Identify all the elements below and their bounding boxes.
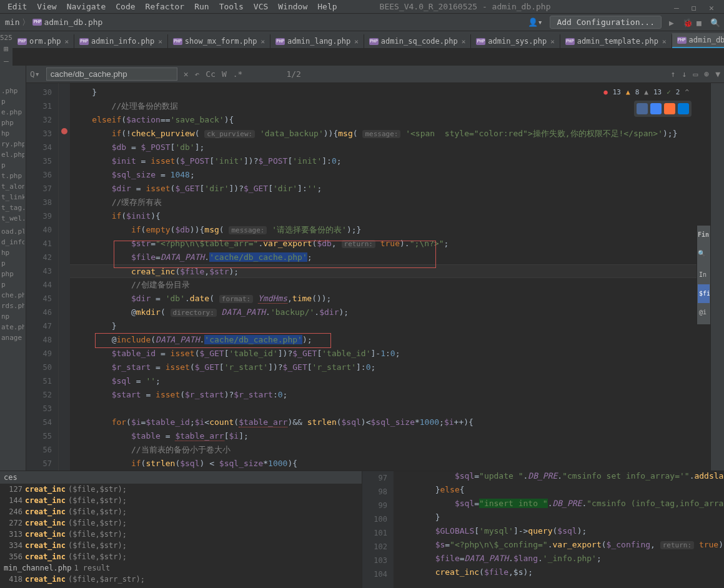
editor-tab[interactable]: PHPshow_mx_form.php✕ <box>168 34 270 48</box>
phpstorm-icon[interactable] <box>637 103 648 114</box>
tree-item[interactable]: el.php <box>1 149 24 160</box>
tree-item[interactable]: p <box>1 279 24 290</box>
tree-item[interactable]: oad.pl <box>1 226 24 237</box>
search-input[interactable] <box>46 67 177 81</box>
tree-item[interactable]: t_link.p <box>1 192 24 202</box>
close-icon[interactable]: ✕ <box>709 3 717 11</box>
usage-item[interactable]: 246creat_inc($file,$str); <box>0 506 362 517</box>
tab-close-icon[interactable]: ✕ <box>662 37 667 46</box>
clear-search-icon[interactable]: ✕ <box>184 69 189 79</box>
run-icon[interactable]: ▶ <box>669 18 678 27</box>
tree-item[interactable]: ate.php <box>1 322 24 332</box>
usage-item[interactable]: 272creat_inc($file,$str); <box>0 517 362 529</box>
words-icon[interactable]: W <box>222 69 227 79</box>
tree-item[interactable]: np <box>1 311 24 322</box>
usage-item[interactable]: 418 creat_inc($file,$arr_str); <box>0 574 362 585</box>
tree-item[interactable]: e.php <box>1 107 24 117</box>
firefox-icon[interactable] <box>664 103 675 114</box>
tree-item[interactable]: t.php <box>1 171 24 181</box>
menu-tools[interactable]: Tools <box>214 1 249 12</box>
history-icon[interactable]: ↶ <box>194 69 199 79</box>
edge-icon[interactable] <box>678 103 689 114</box>
menu-navigate[interactable]: Navigate <box>62 1 111 12</box>
match-case-icon[interactable]: Cc <box>206 69 216 79</box>
add-selection-icon[interactable]: ⊕ <box>704 69 709 79</box>
usage-file-result[interactable]: min_channel.php 1 result <box>0 562 362 574</box>
chrome-icon[interactable] <box>650 103 662 114</box>
editor-tab[interactable]: PHPadmin_lang.php✕ <box>270 34 364 48</box>
stop-icon[interactable]: ■ <box>697 18 705 27</box>
tree-item[interactable]: che.ph <box>1 290 24 301</box>
tree-item[interactable]: php <box>1 269 24 279</box>
tree-item[interactable]: t_alone <box>1 181 24 192</box>
breakpoint-gutter[interactable] <box>59 83 70 471</box>
find-row[interactable]: In <box>698 266 710 284</box>
tree-item[interactable]: p <box>1 96 24 107</box>
maximize-icon[interactable]: ◻ <box>692 3 699 11</box>
menu-window[interactable]: Window <box>273 1 312 12</box>
find-results-panel[interactable]: Fin 🔍 In $fil @i <box>697 226 710 324</box>
usage-item[interactable]: 144creat_inc($file,$str); <box>0 495 362 506</box>
menu-vcs[interactable]: VCS <box>249 1 273 12</box>
inspection-indicators[interactable]: ●13 ▲8 ▲13 ✓2 ^ <box>598 83 694 102</box>
tree-item[interactable]: anage <box>1 332 24 343</box>
tree-item[interactable]: d_info. <box>1 237 24 247</box>
editor-tab[interactable]: PHPorm.php✕ <box>12 34 74 48</box>
menu-code[interactable]: Code <box>111 1 140 12</box>
usages-panel[interactable]: ces 127creat_inc($file,$str);144creat_in… <box>0 471 362 588</box>
editor-tab[interactable]: PHPadmin_db.php✕ <box>672 33 724 48</box>
search-mode-icon[interactable]: Q▾ <box>30 69 40 79</box>
tree-item[interactable]: php <box>1 117 24 128</box>
tab-close-icon[interactable]: ✕ <box>64 37 69 46</box>
menu-view[interactable]: View <box>32 1 61 12</box>
debug-icon[interactable]: 🐞 <box>683 18 692 27</box>
weak-warning-indicator[interactable]: ▲ <box>644 86 648 99</box>
menu-run[interactable]: Run <box>189 1 214 12</box>
find-row[interactable]: @i <box>698 303 710 322</box>
tab-close-icon[interactable]: ✕ <box>550 37 555 46</box>
regex-icon[interactable]: .* <box>233 69 243 79</box>
menu-refactor[interactable]: Refactor <box>141 1 190 12</box>
usage-item[interactable]: 356creat_inc($file,$str); <box>0 551 362 562</box>
filter-icon[interactable]: ▼ <box>715 69 720 79</box>
minimize-icon[interactable]: — <box>674 3 682 11</box>
tab-close-icon[interactable]: ✕ <box>354 37 359 46</box>
tab-close-icon[interactable]: ✕ <box>158 37 162 46</box>
ok-indicator[interactable]: ✓ <box>667 86 671 99</box>
project-tree-panel[interactable]: .phppe.phpphphpry.phpel.phppt.phpt_alone… <box>0 83 26 471</box>
usage-item[interactable]: 127creat_inc($file,$str); <box>0 484 362 495</box>
editor-tab[interactable]: PHPadmin_sys.php✕ <box>471 34 560 48</box>
error-indicator[interactable]: ● <box>603 86 608 99</box>
tree-item[interactable]: t_wel.p <box>1 213 24 224</box>
code-editor[interactable]: ●13 ▲8 ▲13 ✓2 ^ } //处理备份的数据 elseif($acti… <box>70 83 710 471</box>
menu-help[interactable]: Help <box>312 1 342 12</box>
tree-item[interactable]: hp <box>1 128 24 139</box>
collapse-icon[interactable]: — <box>4 56 9 66</box>
warning-indicator[interactable]: ▲ <box>626 86 630 99</box>
breakpoint-marker[interactable] <box>61 128 67 134</box>
chevron-up-icon[interactable]: ^ <box>685 86 689 99</box>
user-icon[interactable]: 👤▾ <box>528 17 543 27</box>
tree-item[interactable]: rds.php <box>1 301 24 311</box>
bottom-code-view[interactable]: $sql="update ".DB_PRE."cmsinfo set info_… <box>394 471 724 588</box>
usage-item[interactable]: 313creat_inc($file,$str); <box>0 529 362 540</box>
tab-close-icon[interactable]: ✕ <box>462 37 466 46</box>
search-icon[interactable]: 🔍 <box>710 18 719 27</box>
editor-tab[interactable]: PHPadmin_template.php✕ <box>560 34 672 48</box>
prev-match-icon[interactable]: ↑ <box>671 69 676 79</box>
tree-item[interactable]: t_tag.p <box>1 202 24 213</box>
tree-item[interactable]: p <box>1 160 24 171</box>
bottom-right-editor[interactable]: 979899100101102103104 $sql="update ".DB_… <box>362 471 724 588</box>
tree-item[interactable]: ry.php <box>1 139 24 149</box>
tree-item[interactable]: p <box>1 258 24 269</box>
breadcrumb-item-1[interactable]: min <box>5 17 19 27</box>
usage-item[interactable]: 334creat_inc($file,$str); <box>0 540 362 551</box>
breadcrumb-item-2[interactable]: PHPadmin_db.php <box>32 17 102 27</box>
find-row-selected[interactable]: $fil <box>698 284 710 303</box>
find-search-icon[interactable]: 🔍 <box>698 247 710 261</box>
tree-item[interactable]: hp <box>1 247 24 258</box>
editor-tab[interactable]: PHPadmin_sq_code.php✕ <box>364 34 471 48</box>
tree-item[interactable]: .php <box>1 86 24 96</box>
select-all-icon[interactable]: ▭ <box>693 69 698 79</box>
menu-edit[interactable]: Edit <box>2 1 32 12</box>
